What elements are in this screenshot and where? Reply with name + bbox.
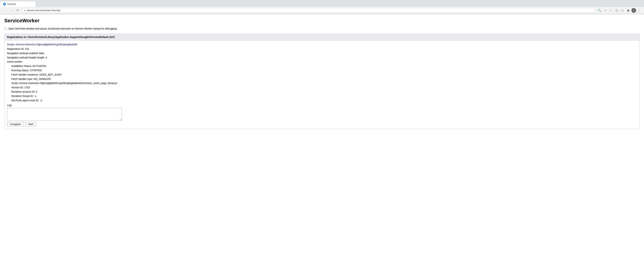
share-button[interactable]: ⇧ — [603, 8, 608, 13]
active-tab[interactable]: ● Chrome — [0, 1, 36, 7]
page-title: ServiceWorker — [4, 18, 640, 24]
menu-button[interactable]: ⋮ — [637, 8, 642, 13]
log-textarea[interactable] — [7, 108, 122, 121]
toolbar: ← → ↻ ● chrome://serviceworker-internals… — [0, 7, 644, 14]
script: Script: chrome-extension://djjmngfglakhk… — [11, 81, 637, 85]
fetch-handler-type: Fetch handler type: NO_HANDLER — [11, 77, 637, 81]
star-icon: ☆ — [610, 9, 612, 12]
cast-button[interactable]: ◻ — [620, 8, 625, 13]
renderer-thread-id: Renderer thread ID: -1 — [11, 94, 637, 98]
tab-title: Chrome — [7, 3, 16, 6]
devtools-checkbox-row: Open DevTools window and pause JavaScrip… — [4, 27, 640, 30]
forward-icon: → — [10, 9, 12, 12]
renderer-process-id: Renderer process ID: 0 — [11, 90, 637, 94]
page-content: ServiceWorker Open DevTools window and p… — [0, 14, 644, 136]
browser-chrome: ● Chrome ← → ↻ ● chrome://serviceworker-… — [0, 0, 644, 14]
split-button[interactable]: ▣ — [626, 8, 631, 13]
forward-button[interactable]: → — [8, 8, 14, 13]
worker-details: Installation Status: ACTIVATED Running S… — [11, 64, 637, 103]
registrations-section: Registrations in: /Users/forinton/Librar… — [4, 34, 640, 129]
scope-link[interactable]: Scope: chrome-extension://djjmngfglakhkh… — [7, 43, 637, 46]
address-bar[interactable]: ● chrome://serviceworker-internals — [22, 8, 596, 13]
profile-icon: ● — [633, 9, 634, 12]
devtools-checkbox[interactable] — [4, 27, 7, 30]
cast-icon: ◻ — [621, 9, 624, 12]
start-button[interactable]: Start — [25, 122, 36, 126]
toolbar-actions: 🔍 ⇧ ☆ ◫ ◻ ▣ ● ⋮ — [597, 8, 642, 13]
devtools-checkbox-label: Open DevTools window and pause JavaScrip… — [8, 27, 118, 30]
version-id: Version ID: 1753 — [11, 85, 637, 90]
reload-icon: ↻ — [16, 9, 19, 12]
tab-bar: ● Chrome — [0, 0, 644, 7]
search-icon: 🔍 — [598, 9, 601, 12]
menu-icon: ⋮ — [638, 9, 641, 12]
share-icon: ⇧ — [604, 9, 606, 12]
log-label: Log: — [7, 103, 637, 108]
search-button[interactable]: 🔍 — [597, 8, 602, 13]
extensions-button[interactable]: ◫ — [614, 8, 619, 13]
back-icon: ← — [3, 9, 6, 12]
log-section: Log: — [7, 103, 637, 121]
site-icon: ● — [24, 9, 25, 12]
bookmark-button[interactable]: ☆ — [608, 8, 614, 13]
running-status: Running Status: STOPPED — [11, 68, 637, 73]
address-text: chrome://serviceworker-internals — [26, 9, 60, 12]
nav-preload-enabled: Navigation preload enabled: false — [7, 51, 637, 56]
extensions-icon: ◫ — [616, 9, 618, 12]
registrations-header: Registrations in: /Users/forinton/Librar… — [4, 34, 640, 41]
unregister-button[interactable]: Unregister — [7, 122, 24, 126]
profile-button[interactable]: ● — [632, 8, 636, 13]
registration-id: Registration ID: 231 — [7, 47, 637, 51]
nav-preload-header: Navigation preload header length: 4 — [7, 56, 637, 60]
back-button[interactable]: ← — [2, 8, 7, 13]
fetch-handler-existence: Fetch handler existence: DOES_NOT_EXIST — [11, 73, 637, 77]
split-icon: ▣ — [627, 9, 630, 12]
devtools-agent-route-id: DevTools agent route ID: -2 — [11, 98, 637, 103]
installation-status: Installation Status: ACTIVATED — [11, 64, 637, 68]
action-buttons: Unregister Start — [7, 122, 637, 126]
registration-entry: Scope: chrome-extension://djjmngfglakhkh… — [4, 41, 640, 129]
tab-favicon: ● — [3, 3, 6, 6]
active-worker-label: Active worker: — [7, 60, 637, 64]
reload-button[interactable]: ↻ — [15, 8, 20, 13]
